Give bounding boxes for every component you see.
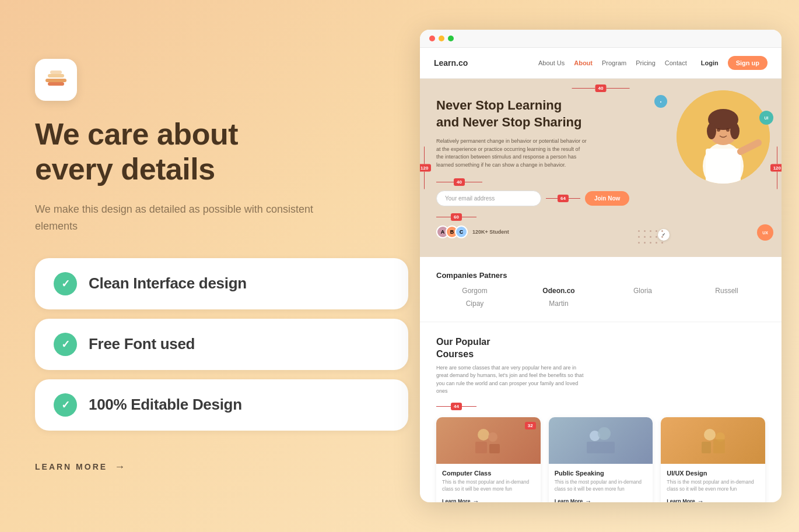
svg-rect-20 xyxy=(587,442,615,453)
course-learn-computer[interactable]: Learn More → xyxy=(442,498,535,502)
learn-more-button[interactable]: LEARN MORE → xyxy=(35,461,127,473)
svg-point-9 xyxy=(730,123,740,139)
svg-point-11 xyxy=(726,128,730,132)
course-badge-1: 32 xyxy=(525,422,536,429)
course-learn-uiux[interactable]: Learn More → xyxy=(667,498,759,502)
partner-gorgom: Gorgom xyxy=(436,287,513,295)
ruler-badge-top: 40 xyxy=(595,84,607,92)
ruler-mid: 40 xyxy=(436,178,765,186)
courses-section: Our Popular Courses Here are some classe… xyxy=(420,322,782,502)
ruler-courses: 44 xyxy=(436,403,765,410)
hero-input-row: Your email address 64 Join Now xyxy=(436,191,765,206)
svg-point-19 xyxy=(598,427,611,440)
svg-rect-24 xyxy=(713,439,725,453)
courses-grid: 32 Computer Class This is the most popul… xyxy=(436,417,765,502)
student-count: 120K+ Student xyxy=(472,229,509,235)
partner-martin: Martin xyxy=(520,300,597,308)
svg-rect-3 xyxy=(50,71,62,74)
student-avatar-3: C xyxy=(455,226,468,238)
svg-point-14 xyxy=(478,429,489,441)
course-desc-speaking: This is the most popular and in-demand c… xyxy=(555,479,647,493)
site-logo: Learn.co xyxy=(434,58,468,68)
browser-minimize-dot xyxy=(439,36,444,41)
website-content: Learn.co About Us About Program Pricing … xyxy=(420,48,782,502)
ruler-student: 60 xyxy=(436,213,765,221)
svg-point-21 xyxy=(704,429,716,441)
learn-more-label: LEARN MORE xyxy=(35,462,107,471)
hero-image xyxy=(677,90,770,184)
nav-about-us[interactable]: About Us xyxy=(538,59,565,66)
course-card-computer: 32 Computer Class This is the most popul… xyxy=(436,417,541,502)
check-icon-clean: ✓ xyxy=(54,272,77,295)
join-now-button[interactable]: Join Now xyxy=(585,191,629,206)
feature-label-editable: 100% Editable Design xyxy=(89,396,242,414)
feature-list: ✓ Clean Interface design ✓ Free Font use… xyxy=(35,258,408,431)
feature-label-clean: Clean Interface design xyxy=(89,274,247,293)
partner-russell: Russell xyxy=(688,287,765,295)
ruler-badge-student: 60 xyxy=(451,213,462,221)
partner-gloria: Gloria xyxy=(604,287,681,295)
course-image-uiux xyxy=(661,417,765,464)
feature-item-editable: ✓ 100% Editable Design xyxy=(35,379,408,431)
svg-rect-2 xyxy=(48,82,64,86)
course-card-uiux: UI/UX Design This is the most popular an… xyxy=(661,417,765,502)
course-card-speaking: Public Speaking This is the most popular… xyxy=(549,417,653,502)
course-arrow-1: → xyxy=(473,498,479,502)
student-row: A B C 120K+ Student xyxy=(436,226,765,238)
ruler-top: 40 xyxy=(572,84,630,92)
browser-close-dot xyxy=(429,36,435,41)
browser-chrome xyxy=(420,30,782,48)
course-name-speaking: Public Speaking xyxy=(555,470,647,477)
site-navbar: Learn.co About Us About Program Pricing … xyxy=(420,48,782,79)
email-input[interactable]: Your email address xyxy=(436,191,541,206)
svg-rect-1 xyxy=(48,74,64,77)
course-image-speaking xyxy=(549,417,653,464)
course-img-bg-2 xyxy=(549,417,653,464)
arrow-icon: → xyxy=(114,461,127,473)
svg-rect-23 xyxy=(702,442,711,453)
nav-about[interactable]: About xyxy=(574,59,593,66)
svg-rect-17 xyxy=(489,444,500,453)
main-title: We care about every details xyxy=(35,117,408,187)
nav-signup-button[interactable]: Sign up xyxy=(728,56,768,70)
course-info-computer: Computer Class This is the most popular … xyxy=(436,464,541,502)
course-arrow-3: → xyxy=(698,498,704,502)
course-name-computer: Computer Class xyxy=(442,470,535,477)
feature-label-font: Free Font used xyxy=(89,335,195,353)
app-icon xyxy=(35,59,77,101)
nav-login[interactable]: Login xyxy=(701,59,719,66)
courses-header: Our Popular Courses Here are some classe… xyxy=(436,336,765,396)
float-badge-dot: • xyxy=(654,95,667,108)
course-image-computer: 32 xyxy=(436,417,541,464)
check-icon-editable: ✓ xyxy=(54,393,77,417)
ruler-input: 64 xyxy=(546,195,580,202)
float-badge-teal: UI xyxy=(759,111,773,125)
check-icon-font: ✓ xyxy=(54,333,77,356)
partner-odeon: Odeon.co xyxy=(520,287,597,295)
ruler-badge-mid: 40 xyxy=(454,178,465,186)
svg-point-8 xyxy=(707,123,716,139)
partners-title: Companies Patners xyxy=(436,271,765,280)
partner-cipay: Cipay xyxy=(436,300,513,308)
feature-item-clean: ✓ Clean Interface design xyxy=(35,258,408,309)
svg-rect-16 xyxy=(475,442,487,453)
course-info-speaking: Public Speaking This is the most popular… xyxy=(549,464,653,502)
course-name-uiux: UI/UX Design xyxy=(667,470,759,477)
course-learn-speaking[interactable]: Learn More → xyxy=(555,498,647,502)
courses-title: Our Popular Courses xyxy=(436,336,765,361)
right-panel: Learn.co About Us About Program Pricing … xyxy=(420,30,782,502)
partners-grid: Gorgom Odeon.co Gloria Russell Cipay Mar… xyxy=(436,287,765,308)
hero-title: Never Stop Learning and Never Stop Shari… xyxy=(436,97,600,131)
nav-contact[interactable]: Contact xyxy=(665,59,687,66)
svg-point-15 xyxy=(488,432,497,442)
subtitle: We make this design as detailed as possi… xyxy=(35,201,315,235)
student-avatars: A B C xyxy=(436,226,468,238)
nav-pricing[interactable]: Pricing xyxy=(636,59,656,66)
nav-links: About Us About Program Pricing Contact L… xyxy=(538,56,768,70)
course-desc-computer: This is the most popular and in-demand c… xyxy=(442,479,535,493)
hero-description: Relatively permanent change in behavior … xyxy=(436,138,588,169)
course-img-bg-3 xyxy=(661,417,765,464)
nav-program[interactable]: Program xyxy=(602,59,626,66)
svg-rect-0 xyxy=(45,79,66,82)
ruler-left: 120 xyxy=(420,147,431,189)
